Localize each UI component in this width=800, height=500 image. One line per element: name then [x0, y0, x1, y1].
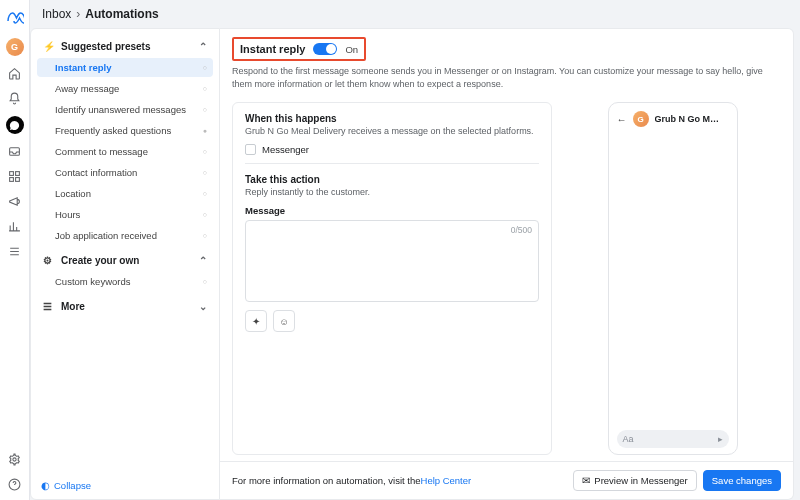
breadcrumb-current: Automations — [85, 7, 158, 21]
chat-input-placeholder: Aa — [623, 434, 634, 444]
business-name: Grub N Go M… — [655, 114, 729, 124]
button-label: Preview in Messenger — [594, 475, 687, 486]
section-suggested-presets[interactable]: ⚡ Suggested presets ⌃ — [37, 37, 213, 56]
status-dot: ○ — [203, 169, 207, 176]
preview-in-messenger-button[interactable]: ✉ Preview in Messenger — [573, 470, 696, 491]
bolt-icon: ⚡ — [43, 41, 55, 52]
status-dot: ○ — [203, 106, 207, 113]
chat-icon[interactable] — [6, 116, 24, 134]
message-textarea[interactable]: 0/500 — [245, 220, 539, 302]
chat-preview: ← G Grub N Go M… Aa ▸ — [608, 102, 738, 455]
status-dot: ○ — [203, 211, 207, 218]
automation-config-card: When this happens Grub N Go Meal Deliver… — [232, 102, 552, 455]
action-subtext: Reply instantly to the customer. — [245, 187, 539, 197]
megaphone-icon[interactable] — [7, 194, 22, 209]
sidebar-item-label: Identify unanswered messages — [55, 104, 186, 115]
inbox-icon[interactable] — [7, 144, 22, 159]
automation-title: Instant reply — [240, 43, 305, 55]
platform-label: Messenger — [262, 144, 309, 155]
list-icon: ☰ — [43, 301, 55, 312]
chevron-right-icon: › — [76, 7, 80, 21]
platform-messenger-checkbox[interactable]: Messenger — [245, 144, 539, 155]
instant-reply-toggle-row: Instant reply On — [232, 37, 366, 61]
divider — [245, 163, 539, 164]
char-counter: 0/500 — [511, 225, 532, 235]
sidebar-item[interactable]: Job application received○ — [37, 226, 213, 245]
chevron-down-icon: ⌄ — [199, 301, 207, 312]
toggle-state: On — [345, 44, 358, 55]
svg-point-5 — [13, 458, 16, 461]
help-center-link[interactable]: Help Center — [421, 475, 472, 486]
sidebar-item-label: Hours — [55, 209, 80, 220]
adjust-icon: ⚙ — [43, 255, 55, 266]
bell-icon[interactable] — [7, 91, 22, 106]
checkbox-icon — [245, 144, 256, 155]
section-title: Suggested presets — [61, 41, 150, 52]
collapse-icon: ◐ — [41, 480, 50, 491]
messenger-icon: ✉ — [582, 475, 590, 486]
sidebar-item[interactable]: Frequently asked questions● — [37, 121, 213, 140]
sidebar-item[interactable]: Hours○ — [37, 205, 213, 224]
grid-icon[interactable] — [7, 169, 22, 184]
sidebar-item-label: Away message — [55, 83, 119, 94]
chart-icon[interactable] — [7, 219, 22, 234]
menu-icon[interactable] — [7, 244, 22, 259]
when-heading: When this happens — [245, 113, 539, 124]
chevron-up-icon: ⌃ — [199, 255, 207, 266]
enable-toggle[interactable] — [313, 43, 337, 55]
business-avatar: G — [633, 111, 649, 127]
sidebar-item[interactable]: Location○ — [37, 184, 213, 203]
emoji-button[interactable]: ☺ — [273, 310, 295, 332]
svg-rect-3 — [10, 178, 14, 182]
sidebar-item[interactable]: Identify unanswered messages○ — [37, 100, 213, 119]
send-icon: ▸ — [718, 434, 723, 444]
chat-input-preview: Aa ▸ — [617, 430, 729, 448]
sidebar-item[interactable]: Away message○ — [37, 79, 213, 98]
svg-rect-1 — [10, 172, 14, 176]
svg-rect-4 — [16, 178, 20, 182]
message-label: Message — [245, 205, 539, 216]
sidebar-item[interactable]: Custom keywords○ — [37, 272, 213, 291]
account-avatar[interactable]: G — [6, 38, 24, 56]
meta-logo[interactable] — [6, 8, 24, 28]
sidebar-item-label: Comment to message — [55, 146, 148, 157]
when-subtext: Grub N Go Meal Delivery receives a messa… — [245, 126, 539, 136]
sidebar-item-label: Location — [55, 188, 91, 199]
breadcrumb-root[interactable]: Inbox — [42, 7, 71, 21]
sidebar-item-label: Frequently asked questions — [55, 125, 171, 136]
section-title: More — [61, 301, 85, 312]
section-create-your-own[interactable]: ⚙ Create your own ⌃ — [37, 251, 213, 270]
automation-description: Respond to the first message someone sen… — [232, 65, 772, 90]
status-dot: ○ — [203, 232, 207, 239]
personalize-button[interactable]: ✦ — [245, 310, 267, 332]
status-dot: ○ — [203, 64, 207, 71]
chevron-up-icon: ⌃ — [199, 41, 207, 52]
status-dot: ○ — [203, 148, 207, 155]
status-dot: ○ — [203, 85, 207, 92]
breadcrumb: Inbox › Automations — [30, 0, 800, 28]
save-changes-button[interactable]: Save changes — [703, 470, 781, 491]
status-dot: ○ — [203, 190, 207, 197]
section-title: Create your own — [61, 255, 139, 266]
collapse-sidebar[interactable]: ◐ Collapse — [41, 480, 91, 491]
status-dot: ● — [203, 127, 207, 134]
section-more[interactable]: ☰ More ⌄ — [37, 297, 213, 316]
sidebar-item-label: Custom keywords — [55, 276, 131, 287]
sidebar-item[interactable]: Comment to message○ — [37, 142, 213, 161]
svg-rect-2 — [16, 172, 20, 176]
sidebar-item[interactable]: Contact information○ — [37, 163, 213, 182]
sidebar-item-label: Instant reply — [55, 62, 112, 73]
sidebar-item-label: Contact information — [55, 167, 137, 178]
button-label: Save changes — [712, 475, 772, 486]
sidebar-item-label: Job application received — [55, 230, 157, 241]
collapse-label: Collapse — [54, 480, 91, 491]
home-icon[interactable] — [7, 66, 22, 81]
settings-icon[interactable] — [7, 452, 22, 467]
back-icon[interactable]: ← — [617, 114, 627, 125]
sidebar-item[interactable]: Instant reply○ — [37, 58, 213, 77]
help-icon[interactable] — [7, 477, 22, 492]
action-heading: Take this action — [245, 174, 539, 185]
footer-text: For more information on automation, visi… — [232, 475, 421, 486]
status-dot: ○ — [203, 278, 207, 285]
